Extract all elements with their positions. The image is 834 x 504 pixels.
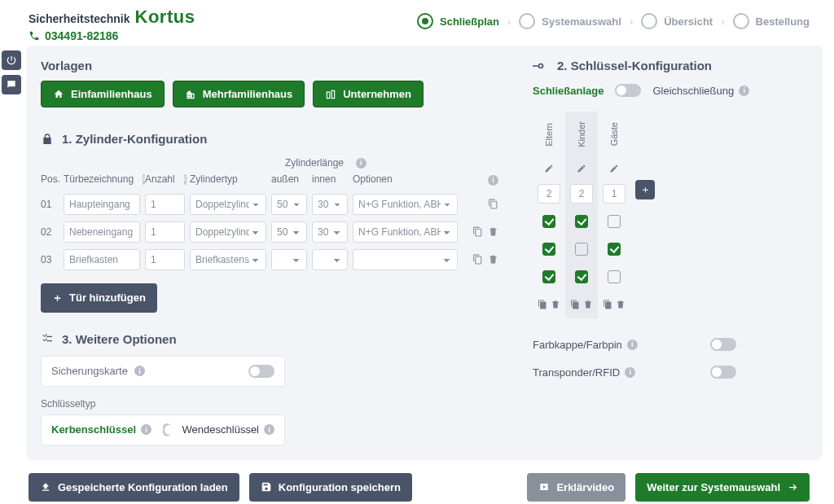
cylinder-type-select[interactable]: Doppelzylinder xyxy=(190,194,266,215)
lock-icon xyxy=(41,133,54,146)
col-typ: Zylindertyp xyxy=(190,173,271,185)
key-col-header: Eltern xyxy=(533,112,565,157)
key-qty-input[interactable] xyxy=(603,184,626,204)
edit-key-col[interactable] xyxy=(533,157,565,180)
length-outer-select[interactable]: 50 xyxy=(271,194,307,215)
chat-button[interactable] xyxy=(2,75,21,94)
info-icon[interactable]: i xyxy=(356,158,367,169)
pencil-icon xyxy=(609,164,619,173)
length-outer-select[interactable] xyxy=(271,249,307,270)
save-icon xyxy=(261,481,272,493)
trash-icon[interactable] xyxy=(551,300,560,309)
step-1[interactable]: Schließplan xyxy=(417,13,499,29)
length-inner-select[interactable]: 30 xyxy=(312,194,348,215)
copy-icon[interactable] xyxy=(603,300,612,309)
key-assign-checkbox[interactable] xyxy=(608,270,621,283)
copy-icon[interactable] xyxy=(472,226,483,237)
trash-icon[interactable] xyxy=(488,226,498,237)
key-qty-input[interactable] xyxy=(570,184,593,204)
plus-icon: ＋ xyxy=(52,291,63,305)
header: Sicherheitstechnik Kortus 034491-82186 S… xyxy=(0,0,834,42)
info-icon[interactable]: i xyxy=(627,340,638,350)
key-assign-checkbox[interactable] xyxy=(608,243,621,256)
pencil-icon xyxy=(577,164,586,173)
options-select[interactable]: N+G Funktion, ABH Kl.II xyxy=(353,221,458,243)
section-3-head: 3. Weitere Optionen xyxy=(41,332,513,346)
key-type-toggle[interactable] xyxy=(163,423,171,436)
info-icon[interactable]: i xyxy=(739,85,749,96)
building-icon xyxy=(185,89,196,100)
info-icon[interactable]: i xyxy=(264,424,274,435)
door-name-input[interactable] xyxy=(64,249,140,270)
edit-key-col[interactable] xyxy=(598,157,630,180)
info-icon[interactable]: i xyxy=(184,174,187,185)
transponder-label: Transponder/RFID xyxy=(533,366,620,379)
cylinder-type-select[interactable]: Briefkastensch… xyxy=(190,249,266,270)
key-qty-input[interactable] xyxy=(538,184,560,204)
info-icon[interactable]: i xyxy=(488,175,498,186)
house-icon xyxy=(53,89,64,100)
save-config-button[interactable]: Konfiguration speichern xyxy=(249,473,412,502)
power-button[interactable] xyxy=(2,50,21,70)
chevron-right-icon: › xyxy=(721,15,724,28)
add-door-button[interactable]: ＋Tür hinzufügen xyxy=(41,283,157,313)
col-anzahl: Anzahl i xyxy=(145,173,190,185)
quantity-input[interactable] xyxy=(145,221,185,243)
length-inner-select[interactable]: 30 xyxy=(312,221,348,243)
length-outer-select[interactable]: 50 xyxy=(271,221,307,243)
table-row: 01Doppelzylinder5030N+G Funktion, ABH Kl… xyxy=(41,191,513,218)
key-assign-checkbox[interactable] xyxy=(542,215,555,228)
copy-icon[interactable] xyxy=(538,300,547,309)
template-unternehmen[interactable]: Unternehmen xyxy=(313,81,424,107)
options-select[interactable] xyxy=(353,249,458,270)
key-assign-checkbox[interactable] xyxy=(575,243,588,256)
next-button[interactable]: Weiter zur Systemauswahl xyxy=(635,473,810,502)
add-key-col-button[interactable]: ＋ xyxy=(635,180,655,199)
farbkappe-toggle[interactable] xyxy=(710,338,736,351)
info-icon[interactable]: i xyxy=(134,366,145,376)
key-assign-checkbox[interactable] xyxy=(575,270,588,283)
anlage-toggle[interactable] xyxy=(615,84,641,97)
key-col-header: Gäste xyxy=(598,112,630,157)
length-inner-select[interactable] xyxy=(312,249,348,270)
quantity-input[interactable] xyxy=(145,249,185,270)
key-assign-checkbox[interactable] xyxy=(542,270,555,283)
transponder-row: Transponder/RFIDi xyxy=(533,366,736,379)
door-name-input[interactable] xyxy=(64,221,140,243)
key-icon xyxy=(533,61,549,71)
template-mehrfamilienhaus[interactable]: Mehrfamilienhaus xyxy=(173,81,305,107)
row-pos: 02 xyxy=(41,226,64,238)
video-button[interactable]: Erklärvideo xyxy=(527,473,626,502)
key-assign-checkbox[interactable] xyxy=(608,215,621,228)
key-assign-checkbox[interactable] xyxy=(542,243,555,256)
chevron-right-icon: › xyxy=(630,15,633,28)
copy-icon[interactable] xyxy=(472,254,483,265)
sicherungskarte-toggle[interactable] xyxy=(248,365,274,378)
arrow-right-icon xyxy=(787,481,798,493)
door-name-input[interactable] xyxy=(64,194,140,215)
step-3[interactable]: Übersicht xyxy=(641,13,713,29)
step-2[interactable]: Systemauswahl xyxy=(519,13,621,29)
load-config-button[interactable]: Gespeicherte Konfiguration laden xyxy=(29,473,239,502)
trash-icon[interactable] xyxy=(583,300,593,309)
key-assign-checkbox[interactable] xyxy=(575,215,588,228)
transponder-toggle[interactable] xyxy=(710,366,736,379)
row-pos: 03 xyxy=(41,254,64,265)
trash-icon[interactable] xyxy=(488,254,498,265)
copy-icon[interactable] xyxy=(488,199,498,209)
trash-icon[interactable] xyxy=(616,300,626,309)
copy-icon[interactable] xyxy=(570,300,580,309)
cylinder-type-select[interactable]: Doppelzylinder xyxy=(190,221,266,243)
stepper: Schließplan › Systemauswahl › Übersicht … xyxy=(417,7,810,29)
step-4[interactable]: Bestellung xyxy=(733,13,810,29)
options-select[interactable]: N+G Funktion, ABH Kl.II xyxy=(353,194,458,215)
col-aussen: außen xyxy=(271,173,312,185)
template-einfamilienhaus[interactable]: Einfamilienhaus xyxy=(41,81,165,107)
quantity-input[interactable] xyxy=(145,194,185,215)
phone[interactable]: 034491-82186 xyxy=(29,29,195,42)
farbkappe-row: Farbkappe/Farbpini xyxy=(533,338,736,351)
info-icon[interactable]: i xyxy=(625,367,635,378)
edit-key-col[interactable] xyxy=(565,157,598,180)
info-icon[interactable]: i xyxy=(141,424,151,435)
sicherungskarte-card: Sicherungskartei xyxy=(41,356,285,387)
